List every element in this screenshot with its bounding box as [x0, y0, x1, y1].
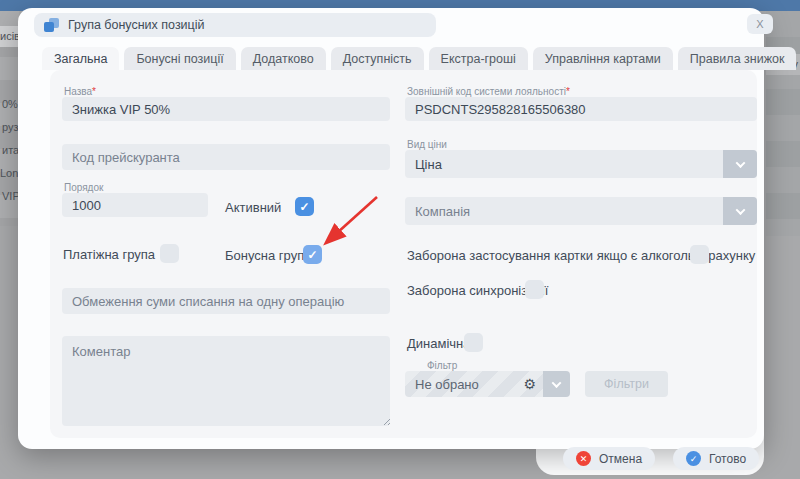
no-card-if-alcohol-checkbox[interactable]	[690, 245, 709, 264]
price-type-label: Вид ціни	[407, 139, 447, 150]
tab-bonus-positions[interactable]: Бонусні позиції	[124, 47, 235, 70]
tab-availability[interactable]: Доступність	[331, 47, 424, 70]
done-button[interactable]: ✓ Готово	[673, 447, 759, 470]
dialog-title-bar: Група бонусних позицій	[34, 13, 436, 37]
chevron-down-icon	[735, 158, 745, 168]
order-input[interactable]	[62, 193, 208, 217]
group-icon	[44, 18, 59, 33]
active-checkbox[interactable]: ✓	[295, 197, 314, 216]
external-code-label: Зовнішній код системи лояльності*	[407, 86, 570, 97]
cancel-button[interactable]: ✕ Отмена	[563, 447, 655, 470]
dynamic-label: Динамічна	[407, 336, 470, 351]
background-right-strip	[766, 11, 800, 236]
gear-icon[interactable]: ⚙	[523, 377, 536, 391]
done-check-icon: ✓	[686, 451, 701, 466]
dialog-title: Група бонусних позицій	[68, 18, 205, 32]
required-asterisk: *	[566, 86, 570, 97]
pricelist-code-input[interactable]	[62, 144, 390, 170]
bonus-group-checkbox[interactable]: ✓	[303, 245, 322, 264]
tab-general[interactable]: Загальна	[42, 47, 119, 70]
bonus-group-label: Бонусна група	[225, 248, 311, 263]
required-asterisk: *	[92, 86, 96, 97]
payment-group-label: Платіжна група	[63, 247, 155, 262]
name-label: Назва*	[64, 86, 96, 97]
tab-extra-money[interactable]: Екстра-гроші	[429, 47, 528, 70]
tab-discount-rules[interactable]: Правила знижок	[678, 47, 797, 70]
filter-select-chevron[interactable]	[543, 371, 570, 397]
check-icon: ✓	[307, 248, 317, 262]
background-text-fragment: исів	[0, 26, 19, 47]
general-tab-panel: Назва* Порядок Активний ✓ Платіжна група…	[50, 70, 757, 438]
comment-textarea[interactable]	[62, 336, 390, 426]
tab-additional[interactable]: Додатково	[241, 47, 326, 70]
filter-label: Фільтр	[427, 360, 457, 371]
order-label: Порядок	[64, 182, 103, 193]
background-text-fragment: руз	[2, 121, 19, 133]
screen: исів 0% руз ита Long VIP axy Група бонус…	[0, 0, 800, 479]
name-input[interactable]	[62, 97, 390, 121]
tab-card-management[interactable]: Управління картами	[533, 47, 673, 70]
check-icon: ✓	[299, 200, 309, 214]
limit-per-operation-input[interactable]	[62, 288, 390, 314]
price-type-select[interactable]: Ціна	[405, 150, 757, 178]
tab-bar: Загальна Бонусні позиції Додатково Досту…	[42, 47, 796, 70]
dynamic-checkbox[interactable]	[464, 333, 483, 352]
active-label: Активний	[225, 200, 281, 215]
external-code-input[interactable]	[405, 97, 757, 121]
chevron-down-icon	[735, 205, 745, 215]
bonus-group-dialog: Група бонусних позицій X Загальна Бонусн…	[18, 8, 764, 449]
no-sync-checkbox[interactable]	[525, 280, 544, 299]
background-text-fragment: ита	[2, 144, 19, 156]
close-button[interactable]: X	[747, 14, 773, 34]
cancel-icon: ✕	[576, 451, 591, 466]
payment-group-checkbox[interactable]	[160, 244, 179, 263]
filter-select[interactable]: Не обрано ⚙	[405, 371, 543, 397]
background-text-fragment: 0%	[2, 98, 18, 110]
filters-button[interactable]: Фільтри	[585, 371, 668, 397]
company-select[interactable]: Компанія	[405, 197, 757, 225]
chevron-down-icon	[552, 378, 562, 388]
